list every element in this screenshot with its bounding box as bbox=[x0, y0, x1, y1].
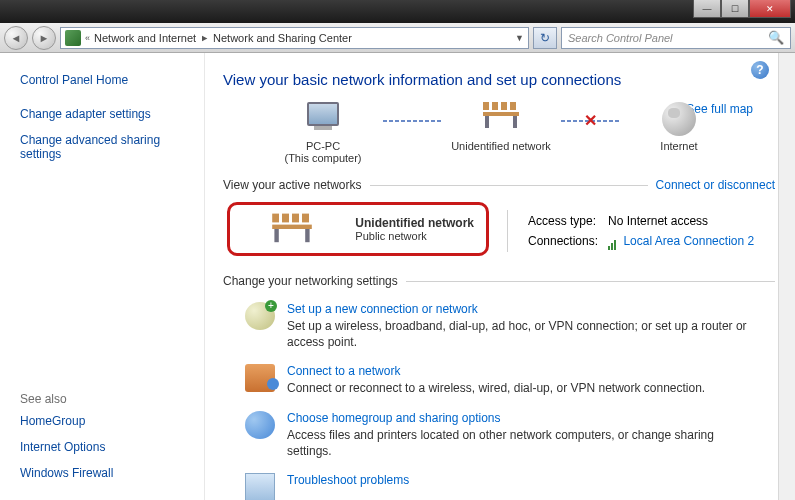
network-name: Unidentified network bbox=[355, 216, 474, 230]
page-title: View your basic network information and … bbox=[223, 71, 775, 88]
sidebar-homegroup[interactable]: HomeGroup bbox=[20, 414, 184, 428]
breadcrumb-segment[interactable]: Network and Internet bbox=[94, 32, 196, 44]
minimize-button[interactable]: — bbox=[693, 0, 721, 18]
task-title[interactable]: Choose homegroup and sharing options bbox=[287, 411, 755, 425]
sidebar-change-adapter[interactable]: Change adapter settings bbox=[20, 107, 184, 121]
network-type: Public network bbox=[355, 230, 474, 242]
globe-icon bbox=[662, 102, 696, 136]
search-placeholder: Search Control Panel bbox=[568, 32, 673, 44]
sidebar-windows-firewall[interactable]: Windows Firewall bbox=[20, 466, 184, 480]
sidebar: Control Panel Home Change adapter settin… bbox=[0, 53, 205, 500]
task-connect-network[interactable]: Connect to a network Connect or reconnec… bbox=[245, 364, 775, 396]
access-type-label: Access type: bbox=[528, 212, 606, 230]
chevron-right-icon: ► bbox=[200, 33, 209, 43]
main-content: ? View your basic network information an… bbox=[205, 53, 795, 500]
network-details: Access type: No Internet access Connecti… bbox=[507, 210, 764, 252]
task-description: Set up a wireless, broadband, dial-up, a… bbox=[287, 318, 755, 350]
sidebar-change-advanced-sharing[interactable]: Change advanced sharing settings bbox=[20, 133, 184, 161]
setup-connection-icon bbox=[245, 302, 275, 330]
navigation-toolbar: ◄ ► « Network and Internet ► Network and… bbox=[0, 23, 795, 53]
maximize-button[interactable]: ☐ bbox=[721, 0, 749, 18]
task-description: Connect or reconnect to a wireless, wire… bbox=[287, 380, 705, 396]
troubleshoot-icon bbox=[245, 473, 275, 500]
homegroup-icon bbox=[245, 411, 275, 439]
node-label: PC-PC bbox=[306, 140, 340, 152]
see-full-map-link[interactable]: See full map bbox=[686, 102, 753, 116]
connect-disconnect-link[interactable]: Connect or disconnect bbox=[656, 178, 775, 192]
connect-network-icon bbox=[245, 364, 275, 392]
search-icon[interactable]: 🔍 bbox=[768, 30, 784, 45]
active-network-card[interactable]: Unidentified network Public network bbox=[227, 202, 489, 256]
task-troubleshoot[interactable]: Troubleshoot problems bbox=[245, 473, 775, 500]
network-link-line bbox=[383, 120, 441, 122]
sidebar-control-panel-home[interactable]: Control Panel Home bbox=[20, 73, 184, 87]
bench-icon bbox=[481, 102, 521, 130]
node-label: Internet bbox=[660, 140, 697, 152]
section-label: Change your networking settings bbox=[223, 274, 398, 288]
vertical-scrollbar[interactable] bbox=[778, 53, 795, 500]
network-link-broken bbox=[561, 120, 619, 122]
task-homegroup-sharing[interactable]: Choose homegroup and sharing options Acc… bbox=[245, 411, 775, 459]
network-map: See full map PC-PC (This computer) Unide… bbox=[223, 102, 775, 164]
task-title[interactable]: Troubleshoot problems bbox=[287, 473, 409, 487]
network-node-this-pc[interactable]: PC-PC (This computer) bbox=[263, 102, 383, 164]
sidebar-seealso-heading: See also bbox=[20, 392, 184, 406]
sidebar-internet-options[interactable]: Internet Options bbox=[20, 440, 184, 454]
connection-icon bbox=[608, 236, 620, 248]
computer-icon bbox=[307, 102, 339, 126]
window-titlebar: — ☐ ✕ bbox=[0, 0, 795, 23]
control-panel-icon bbox=[65, 30, 81, 46]
section-label: View your active networks bbox=[223, 178, 362, 192]
node-sublabel: (This computer) bbox=[284, 152, 361, 164]
change-settings-header: Change your networking settings bbox=[223, 274, 775, 288]
address-bar[interactable]: « Network and Internet ► Network and Sha… bbox=[60, 27, 529, 49]
network-node-unidentified[interactable]: Unidentified network bbox=[441, 102, 561, 152]
chevron-left-icon: « bbox=[85, 33, 90, 43]
bench-icon bbox=[270, 214, 314, 245]
back-button[interactable]: ◄ bbox=[4, 26, 28, 50]
forward-button[interactable]: ► bbox=[32, 26, 56, 50]
search-input[interactable]: Search Control Panel 🔍 bbox=[561, 27, 791, 49]
task-description: Access files and printers located on oth… bbox=[287, 427, 755, 459]
access-type-value: No Internet access bbox=[608, 212, 762, 230]
connection-link[interactable]: Local Area Connection 2 bbox=[623, 234, 754, 248]
task-title[interactable]: Connect to a network bbox=[287, 364, 705, 378]
refresh-button[interactable]: ↻ bbox=[533, 27, 557, 49]
active-networks-header: View your active networks Connect or dis… bbox=[223, 178, 775, 192]
close-button[interactable]: ✕ bbox=[749, 0, 791, 18]
task-setup-connection[interactable]: Set up a new connection or network Set u… bbox=[245, 302, 775, 350]
task-title[interactable]: Set up a new connection or network bbox=[287, 302, 755, 316]
address-dropdown-icon[interactable]: ▼ bbox=[515, 33, 524, 43]
breadcrumb-segment[interactable]: Network and Sharing Center bbox=[213, 32, 352, 44]
node-label: Unidentified network bbox=[451, 140, 551, 152]
connections-label: Connections: bbox=[528, 232, 606, 250]
help-icon[interactable]: ? bbox=[751, 61, 769, 79]
